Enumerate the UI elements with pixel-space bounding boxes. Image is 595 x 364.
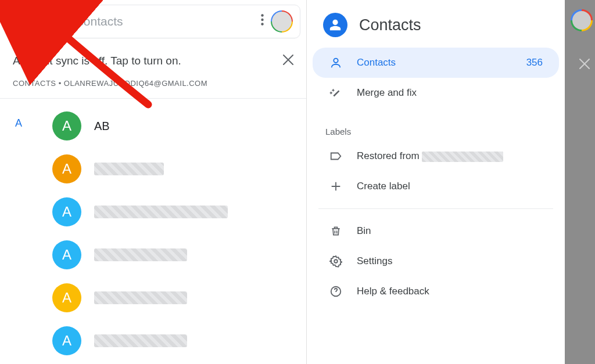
contact-avatar: A xyxy=(52,197,81,226)
redacted-text xyxy=(422,152,503,162)
contact-row[interactable]: A xyxy=(0,276,306,319)
person-icon xyxy=(329,56,343,70)
wand-icon xyxy=(329,86,343,100)
redacted-name xyxy=(94,291,187,304)
account-avatar[interactable] xyxy=(271,10,293,33)
labels-header: Labels xyxy=(307,116,565,141)
contact-row[interactable]: A xyxy=(0,147,306,190)
drawer-title: Contacts xyxy=(359,16,421,34)
search-bar[interactable]: Search contacts xyxy=(6,5,300,38)
nav-label: Bin xyxy=(357,225,543,237)
close-icon xyxy=(579,56,590,73)
svg-point-3 xyxy=(334,59,338,63)
svg-point-0 xyxy=(261,14,263,16)
contact-avatar: A xyxy=(52,283,81,312)
nav-label: Contacts xyxy=(357,57,512,69)
navigation-drawer: Contacts Contacts 356 Merge and fix Labe… xyxy=(307,0,565,364)
hamburger-menu-icon[interactable] xyxy=(13,14,28,29)
nav-item-merge-fix[interactable]: Merge and fix xyxy=(313,78,559,108)
redacted-name xyxy=(94,334,187,347)
account-email-line: CONTACTS • OLANREWAJUSODIQ64@GMAIL.COM xyxy=(0,74,306,98)
sync-message: Account sync is off. Tap to turn on. xyxy=(13,55,283,67)
contact-avatar: A xyxy=(52,240,81,269)
gear-icon xyxy=(329,254,343,268)
drawer-header: Contacts xyxy=(307,0,565,48)
account-avatar xyxy=(571,9,593,31)
contact-row[interactable]: A xyxy=(0,319,306,362)
nav-item-create-label[interactable]: Create label xyxy=(313,171,559,201)
nav-item-label-restored[interactable]: Restored from xyxy=(313,141,559,171)
nav-label: Help & feedback xyxy=(357,286,543,297)
nav-label: Settings xyxy=(357,255,543,267)
divider xyxy=(318,208,553,209)
help-icon xyxy=(329,284,343,298)
dimmed-background[interactable] xyxy=(565,0,595,364)
nav-label: Create label xyxy=(357,181,543,192)
plus-icon xyxy=(329,179,343,193)
contacts-count: 356 xyxy=(526,57,543,69)
contact-row[interactable]: A xyxy=(0,233,306,276)
contact-name: AB xyxy=(94,120,110,133)
contacts-main-screen: Search contacts Account sync is off. Tap… xyxy=(0,0,307,364)
redacted-name xyxy=(94,248,187,261)
nav-item-contacts[interactable]: Contacts 356 xyxy=(313,48,559,78)
redacted-name xyxy=(94,206,228,218)
nav-item-help[interactable]: Help & feedback xyxy=(313,276,559,307)
close-icon[interactable] xyxy=(283,53,293,69)
contacts-logo-icon xyxy=(323,13,347,37)
nav-item-bin[interactable]: Bin xyxy=(313,216,559,246)
redacted-name xyxy=(94,163,164,175)
nav-label: Restored from xyxy=(357,150,543,162)
nav-item-settings[interactable]: Settings xyxy=(313,246,559,276)
trash-icon xyxy=(329,224,343,238)
svg-point-4 xyxy=(334,260,338,263)
contact-row[interactable]: AAB xyxy=(0,104,306,147)
contact-avatar: A xyxy=(52,111,81,140)
section-letter: A xyxy=(15,117,22,129)
contact-avatar: A xyxy=(52,154,81,183)
contact-row[interactable]: A xyxy=(0,190,306,233)
svg-point-1 xyxy=(261,19,263,21)
contact-avatar: A xyxy=(52,326,81,355)
search-input[interactable]: Search contacts xyxy=(35,15,254,28)
contacts-list: A AABAAAAA xyxy=(0,99,306,362)
more-icon[interactable] xyxy=(261,14,264,29)
svg-point-2 xyxy=(261,23,263,25)
sync-banner[interactable]: Account sync is off. Tap to turn on. xyxy=(0,43,306,74)
nav-label: Merge and fix xyxy=(357,87,543,99)
label-icon xyxy=(329,149,343,163)
